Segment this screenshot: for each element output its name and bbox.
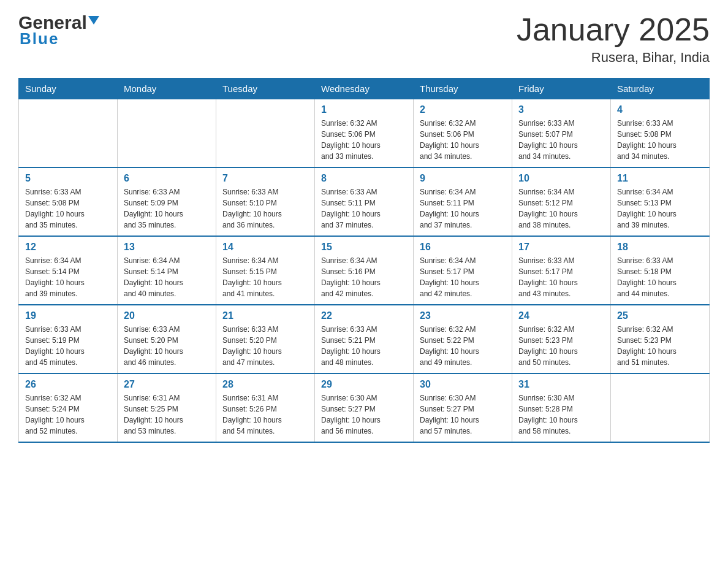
day-of-week-header: Wednesday [315, 79, 414, 99]
calendar-cell [216, 99, 315, 168]
day-number: 12 [25, 242, 111, 253]
day-number: 4 [617, 104, 703, 115]
day-of-week-header: Friday [512, 79, 611, 99]
day-number: 14 [222, 242, 308, 253]
day-info: Sunrise: 6:33 AM Sunset: 5:18 PM Dayligh… [617, 255, 703, 299]
day-number: 25 [617, 310, 703, 321]
day-number: 3 [518, 104, 604, 115]
day-info: Sunrise: 6:33 AM Sunset: 5:20 PM Dayligh… [222, 324, 308, 368]
title-block: January 2025 Rusera, Bihar, India [517, 12, 710, 66]
calendar-cell: 13Sunrise: 6:34 AM Sunset: 5:14 PM Dayli… [118, 236, 216, 305]
day-info: Sunrise: 6:31 AM Sunset: 5:26 PM Dayligh… [222, 393, 308, 437]
calendar-cell: 11Sunrise: 6:34 AM Sunset: 5:13 PM Dayli… [611, 167, 710, 236]
calendar-cell: 6Sunrise: 6:33 AM Sunset: 5:09 PM Daylig… [118, 167, 216, 236]
calendar-cell: 30Sunrise: 6:30 AM Sunset: 5:27 PM Dayli… [414, 373, 512, 442]
day-number: 31 [518, 379, 604, 390]
day-info: Sunrise: 6:30 AM Sunset: 5:27 PM Dayligh… [321, 393, 407, 437]
day-of-week-header: Sunday [19, 79, 118, 99]
day-number: 28 [222, 379, 308, 390]
calendar-cell: 28Sunrise: 6:31 AM Sunset: 5:26 PM Dayli… [216, 373, 315, 442]
day-number: 27 [124, 379, 210, 390]
day-info: Sunrise: 6:33 AM Sunset: 5:20 PM Dayligh… [124, 324, 210, 368]
calendar-cell: 18Sunrise: 6:33 AM Sunset: 5:18 PM Dayli… [611, 236, 710, 305]
day-info: Sunrise: 6:34 AM Sunset: 5:14 PM Dayligh… [25, 255, 111, 299]
day-of-week-header: Saturday [611, 79, 710, 99]
svg-marker-0 [88, 16, 99, 25]
day-info: Sunrise: 6:32 AM Sunset: 5:06 PM Dayligh… [420, 118, 506, 162]
calendar-cell: 26Sunrise: 6:32 AM Sunset: 5:24 PM Dayli… [19, 373, 118, 442]
day-number: 24 [518, 310, 604, 321]
calendar-cell: 27Sunrise: 6:31 AM Sunset: 5:25 PM Dayli… [118, 373, 216, 442]
calendar-cell: 17Sunrise: 6:33 AM Sunset: 5:17 PM Dayli… [512, 236, 611, 305]
day-info: Sunrise: 6:33 AM Sunset: 5:21 PM Dayligh… [321, 324, 407, 368]
calendar-cell [611, 373, 710, 442]
day-of-week-header: Monday [118, 79, 216, 99]
calendar-cell: 14Sunrise: 6:34 AM Sunset: 5:15 PM Dayli… [216, 236, 315, 305]
calendar-subtitle: Rusera, Bihar, India [517, 50, 710, 66]
day-info: Sunrise: 6:33 AM Sunset: 5:10 PM Dayligh… [222, 186, 308, 231]
day-info: Sunrise: 6:30 AM Sunset: 5:27 PM Dayligh… [420, 393, 506, 437]
calendar-week-row: 1Sunrise: 6:32 AM Sunset: 5:06 PM Daylig… [19, 99, 710, 168]
calendar-cell: 2Sunrise: 6:32 AM Sunset: 5:06 PM Daylig… [414, 99, 512, 168]
calendar-cell: 1Sunrise: 6:32 AM Sunset: 5:06 PM Daylig… [315, 99, 414, 168]
day-info: Sunrise: 6:33 AM Sunset: 5:17 PM Dayligh… [518, 255, 604, 299]
day-info: Sunrise: 6:34 AM Sunset: 5:16 PM Dayligh… [321, 255, 407, 299]
day-number: 21 [222, 310, 308, 321]
day-info: Sunrise: 6:31 AM Sunset: 5:25 PM Dayligh… [124, 393, 210, 437]
calendar-cell: 29Sunrise: 6:30 AM Sunset: 5:27 PM Dayli… [315, 373, 414, 442]
day-number: 2 [420, 104, 506, 115]
calendar-cell: 15Sunrise: 6:34 AM Sunset: 5:16 PM Dayli… [315, 236, 414, 305]
calendar-cell: 12Sunrise: 6:34 AM Sunset: 5:14 PM Dayli… [19, 236, 118, 305]
day-number: 8 [321, 173, 407, 184]
calendar-cell: 8Sunrise: 6:33 AM Sunset: 5:11 PM Daylig… [315, 167, 414, 236]
day-info: Sunrise: 6:32 AM Sunset: 5:06 PM Dayligh… [321, 118, 407, 162]
day-info: Sunrise: 6:33 AM Sunset: 5:07 PM Dayligh… [518, 118, 604, 162]
calendar-cell: 16Sunrise: 6:34 AM Sunset: 5:17 PM Dayli… [414, 236, 512, 305]
logo-arrow-icon [87, 13, 100, 29]
day-number: 17 [518, 242, 604, 253]
day-number: 11 [617, 173, 703, 184]
day-info: Sunrise: 6:34 AM Sunset: 5:15 PM Dayligh… [222, 255, 308, 299]
day-number: 19 [25, 310, 111, 321]
day-info: Sunrise: 6:33 AM Sunset: 5:09 PM Dayligh… [124, 186, 210, 231]
day-info: Sunrise: 6:33 AM Sunset: 5:19 PM Dayligh… [25, 324, 111, 368]
day-info: Sunrise: 6:30 AM Sunset: 5:28 PM Dayligh… [518, 393, 604, 437]
day-info: Sunrise: 6:34 AM Sunset: 5:11 PM Dayligh… [420, 186, 506, 231]
calendar-cell: 24Sunrise: 6:32 AM Sunset: 5:23 PM Dayli… [512, 305, 611, 373]
calendar-week-row: 5Sunrise: 6:33 AM Sunset: 5:08 PM Daylig… [19, 167, 710, 236]
day-info: Sunrise: 6:33 AM Sunset: 5:11 PM Dayligh… [321, 186, 407, 231]
day-number: 1 [321, 104, 407, 115]
calendar-cell: 9Sunrise: 6:34 AM Sunset: 5:11 PM Daylig… [414, 167, 512, 236]
day-number: 18 [617, 242, 703, 253]
calendar-cell: 25Sunrise: 6:32 AM Sunset: 5:23 PM Dayli… [611, 305, 710, 373]
calendar-week-row: 26Sunrise: 6:32 AM Sunset: 5:24 PM Dayli… [19, 373, 710, 442]
calendar-cell [19, 99, 118, 168]
day-number: 13 [124, 242, 210, 253]
logo: General Blue [18, 12, 100, 48]
day-info: Sunrise: 6:32 AM Sunset: 5:22 PM Dayligh… [420, 324, 506, 368]
day-of-week-header: Tuesday [216, 79, 315, 99]
day-number: 5 [25, 173, 111, 184]
calendar-cell: 10Sunrise: 6:34 AM Sunset: 5:12 PM Dayli… [512, 167, 611, 236]
page-header: General Blue January 2025 Rusera, Bihar,… [18, 12, 710, 66]
day-number: 10 [518, 173, 604, 184]
day-number: 6 [124, 173, 210, 184]
day-number: 9 [420, 173, 506, 184]
calendar-header-row: SundayMondayTuesdayWednesdayThursdayFrid… [19, 79, 710, 99]
calendar-table: SundayMondayTuesdayWednesdayThursdayFrid… [18, 78, 710, 443]
day-number: 23 [420, 310, 506, 321]
day-info: Sunrise: 6:33 AM Sunset: 5:08 PM Dayligh… [617, 118, 703, 162]
day-info: Sunrise: 6:32 AM Sunset: 5:23 PM Dayligh… [617, 324, 703, 368]
day-number: 7 [222, 173, 308, 184]
calendar-cell: 22Sunrise: 6:33 AM Sunset: 5:21 PM Dayli… [315, 305, 414, 373]
calendar-cell [118, 99, 216, 168]
calendar-cell: 3Sunrise: 6:33 AM Sunset: 5:07 PM Daylig… [512, 99, 611, 168]
day-number: 30 [420, 379, 506, 390]
day-number: 22 [321, 310, 407, 321]
day-number: 16 [420, 242, 506, 253]
calendar-cell: 4Sunrise: 6:33 AM Sunset: 5:08 PM Daylig… [611, 99, 710, 168]
calendar-cell: 5Sunrise: 6:33 AM Sunset: 5:08 PM Daylig… [19, 167, 118, 236]
day-number: 15 [321, 242, 407, 253]
day-info: Sunrise: 6:34 AM Sunset: 5:13 PM Dayligh… [617, 186, 703, 231]
day-info: Sunrise: 6:34 AM Sunset: 5:14 PM Dayligh… [124, 255, 210, 299]
